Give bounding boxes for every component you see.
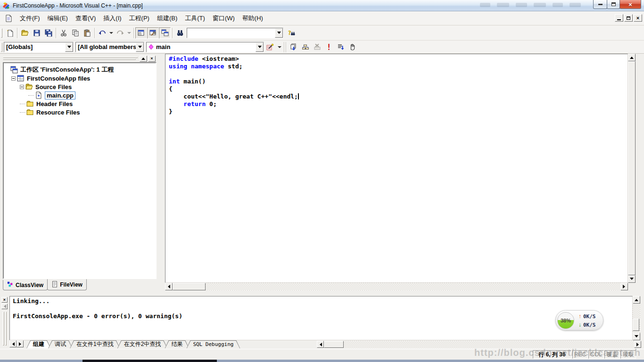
members-combo-value[interactable]: [All global members]: [76, 43, 136, 50]
redo-dropdown-button[interactable]: [126, 27, 132, 39]
tab-fileview[interactable]: FileView: [47, 279, 87, 290]
build-button[interactable]: [299, 41, 311, 53]
code-line[interactable]: using namespace std;: [169, 63, 627, 70]
save-all-button[interactable]: [42, 27, 54, 39]
menu-item[interactable]: 工具(T): [181, 12, 209, 25]
mdi-restore-button[interactable]: [624, 14, 633, 22]
tree-item[interactable]: main.cpp: [5, 91, 155, 99]
tree-item-label[interactable]: FirstConsoleApp files: [27, 75, 90, 82]
maximize-button[interactable]: [607, 0, 620, 9]
open-button[interactable]: [19, 27, 31, 39]
search-help-button[interactable]: ?: [284, 27, 298, 39]
minimize-button[interactable]: [593, 0, 607, 9]
output-toggle-button[interactable]: [147, 27, 159, 39]
workspace-toggle-button[interactable]: [135, 27, 147, 39]
function-combo-dropdown-button[interactable]: [256, 42, 264, 52]
scroll-left-button[interactable]: [165, 283, 173, 290]
output-tab[interactable]: 结果: [165, 340, 189, 348]
undo-dropdown-button[interactable]: [108, 27, 114, 39]
output-collapse-button[interactable]: [1, 304, 8, 309]
scroll-right-button[interactable]: [620, 283, 628, 290]
go-button[interactable]: [335, 41, 347, 53]
wizard-action-button[interactable]: [264, 41, 276, 53]
class-combo-dropdown-button[interactable]: [65, 42, 73, 52]
cut-button[interactable]: [58, 27, 69, 39]
tree-item-label[interactable]: Source Files: [35, 83, 72, 90]
scrollbar-track[interactable]: [633, 304, 640, 333]
tree-item[interactable]: FirstConsoleApp files: [5, 74, 155, 82]
windows-toggle-button[interactable]: [159, 27, 171, 39]
output-close-button[interactable]: ×: [1, 297, 8, 303]
tabs-scroll-left-button[interactable]: [9, 340, 17, 347]
execute-button[interactable]: !: [323, 41, 335, 53]
code-line[interactable]: return 0;: [169, 100, 627, 108]
pane-grip[interactable]: [3, 57, 139, 60]
editor-horizontal-scrollbar[interactable]: [165, 283, 628, 290]
output-tab[interactable]: 在文件2中查找: [117, 340, 168, 348]
pane-dock-button[interactable]: [140, 56, 147, 62]
output-tab[interactable]: 调试: [48, 340, 73, 348]
editor-vertical-scrollbar[interactable]: [628, 54, 636, 283]
tabs-scroll-right-button[interactable]: [17, 340, 24, 347]
tree-item[interactable]: Header Files: [5, 99, 155, 108]
mdi-minimize-button[interactable]: [615, 14, 623, 22]
scrollbar-thumb[interactable]: [628, 61, 636, 275]
output-tab[interactable]: SQL Debugging: [186, 340, 240, 348]
pane-grip[interactable]: [5, 312, 7, 346]
mdi-close-button[interactable]: ×: [634, 14, 642, 22]
compile-button[interactable]: [288, 41, 299, 53]
memory-percent-gauge[interactable]: 38%: [557, 312, 574, 329]
code-line[interactable]: int main(): [169, 78, 627, 85]
menu-item[interactable]: 文件(F): [16, 12, 44, 25]
output-tab[interactable]: 组建: [26, 340, 51, 348]
undo-button[interactable]: [96, 27, 108, 39]
find-combo-input[interactable]: [187, 29, 275, 37]
wizard-action-dropdown-button[interactable]: [276, 41, 282, 53]
scrollbar-track[interactable]: [206, 283, 620, 290]
scroll-right-button[interactable]: [634, 341, 641, 348]
document-system-icon[interactable]: [5, 15, 12, 22]
output-horizontal-scrollbar[interactable]: [317, 341, 641, 348]
toolbar-grip[interactable]: [1, 42, 2, 52]
toolbar-grip[interactable]: [1, 28, 2, 38]
scrollbar-thumb[interactable]: [324, 341, 344, 348]
tree-item-label[interactable]: Header Files: [36, 100, 73, 107]
scrollbar-thumb[interactable]: [633, 319, 639, 331]
tree-item-label[interactable]: Resource Files: [36, 109, 80, 116]
tree-item-label[interactable]: 工作区 'FirstConsoleApp': 1 工程: [20, 66, 114, 74]
tree-expander-icon[interactable]: [11, 76, 16, 81]
scrollbar-track[interactable]: [344, 341, 634, 348]
tree-item[interactable]: Resource Files: [5, 108, 155, 116]
pane-grip[interactable]: [3, 312, 4, 346]
scroll-up-button[interactable]: [633, 296, 640, 304]
scroll-up-button[interactable]: [628, 54, 636, 61]
new-document-button[interactable]: [4, 27, 16, 39]
code-line[interactable]: {: [169, 85, 627, 93]
menu-item[interactable]: 工程(P): [125, 12, 153, 25]
code-content[interactable]: #include <iostream>using namespace std; …: [165, 54, 627, 115]
code-line[interactable]: [169, 70, 627, 78]
speed-monitor-widget[interactable]: 38% ↑ 0K/S ↓ 0K/S: [555, 310, 603, 330]
pane-close-button[interactable]: ×: [148, 56, 156, 62]
stop-build-button[interactable]: [311, 41, 323, 53]
build-output-text[interactable]: Linking... FirstConsoleApp.exe - 0 error…: [9, 296, 633, 340]
code-line[interactable]: }: [169, 108, 627, 115]
code-line[interactable]: cout<<"Hello, great C++"<<endl;: [169, 93, 627, 100]
tree-expander-icon[interactable]: [20, 85, 24, 89]
output-tab[interactable]: 在文件1中查找: [70, 340, 120, 348]
menu-item[interactable]: 插入(I): [99, 12, 125, 25]
menu-item[interactable]: 帮助(H): [239, 12, 267, 25]
find-in-files-button[interactable]: [174, 27, 186, 39]
redo-button[interactable]: [114, 27, 126, 39]
code-line[interactable]: #include <iostream>: [169, 55, 627, 63]
class-combo-value[interactable]: [Globals]: [4, 43, 65, 50]
scrollbar-thumb[interactable]: [173, 283, 206, 290]
tab-classview[interactable]: ClassView: [3, 280, 48, 290]
menu-item[interactable]: 查看(V): [72, 12, 99, 25]
tree-item[interactable]: Source Files: [5, 82, 155, 91]
scroll-down-button[interactable]: [628, 275, 636, 283]
menu-item[interactable]: 窗口(W): [209, 12, 239, 25]
output-vertical-scrollbar[interactable]: [633, 296, 640, 340]
members-combo-dropdown-button[interactable]: [136, 42, 144, 52]
menu-item[interactable]: 编辑(E): [44, 12, 72, 25]
